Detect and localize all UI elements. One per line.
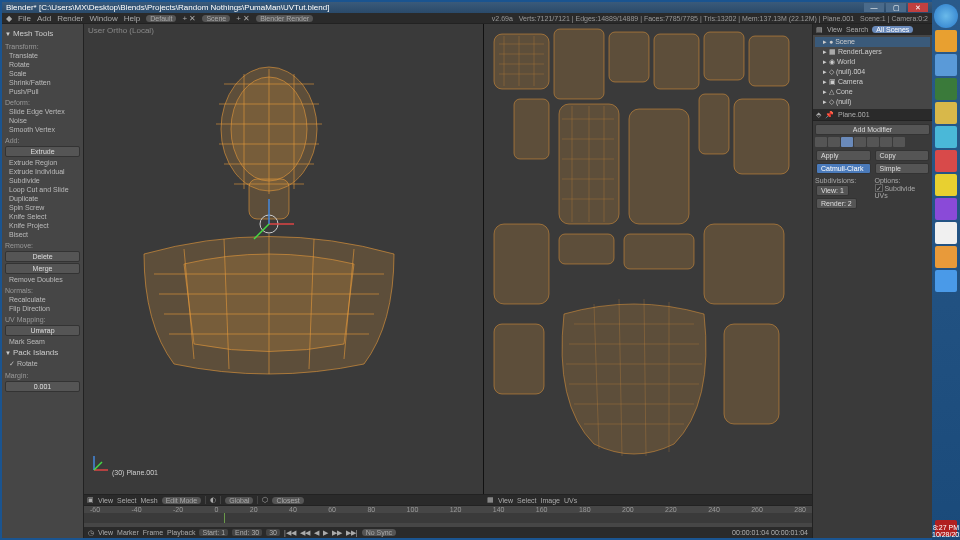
vp-select[interactable]: Select <box>117 497 136 504</box>
rewind-start-icon[interactable]: |◀◀ <box>284 529 296 537</box>
sync-selector[interactable]: No Sync <box>362 529 396 536</box>
outliner-search[interactable]: Search <box>846 26 868 33</box>
tool-extrude-indiv[interactable]: Extrude Individual <box>5 167 80 176</box>
playhead[interactable] <box>224 513 225 523</box>
simple-button[interactable]: Simple <box>875 163 930 174</box>
tl-frame[interactable]: Frame <box>143 529 163 536</box>
tool-flip[interactable]: Flip Direction <box>5 304 80 313</box>
forward-icon[interactable]: ▶▶ <box>332 529 342 537</box>
rewind-icon[interactable]: ◀◀ <box>300 529 310 537</box>
tool-knife[interactable]: Knife Select <box>5 212 80 221</box>
tool-translate[interactable]: Translate <box>5 51 80 60</box>
3d-viewport[interactable]: User Ortho (Local) <box>84 24 484 494</box>
tool-rotate[interactable]: Rotate <box>5 60 80 69</box>
end-frame[interactable]: End: 30 <box>232 529 262 536</box>
close-button[interactable]: ✕ <box>908 3 928 12</box>
tool-markseam[interactable]: Mark Seam <box>5 337 80 346</box>
scene-selector[interactable]: Scene <box>202 15 230 22</box>
renderer-selector[interactable]: Blender Render <box>256 15 313 22</box>
outliner-world[interactable]: ▸ ◉ World <box>815 57 930 67</box>
timeline[interactable]: -60-40-20 02040 6080100 120140160 180200… <box>84 505 812 527</box>
start-frame[interactable]: Start: 1 <box>199 529 228 536</box>
tool-slide[interactable]: Slide Edge Vertex <box>5 107 80 116</box>
menu-window[interactable]: Window <box>89 14 117 23</box>
taskbar-app-8[interactable] <box>935 198 957 220</box>
tool-loopcut[interactable]: Loop Cut and Slide <box>5 185 80 194</box>
play-rev-icon[interactable]: ◀ <box>314 529 319 537</box>
play-icon[interactable]: ▶ <box>323 529 328 537</box>
menu-file[interactable]: File <box>18 14 31 23</box>
taskbar-app-10[interactable] <box>935 246 957 268</box>
tool-duplicate[interactable]: Duplicate <box>5 194 80 203</box>
vp-view[interactable]: View <box>98 497 113 504</box>
uv-view[interactable]: View <box>498 497 513 504</box>
tool-scale[interactable]: Scale <box>5 69 80 78</box>
tool-spin[interactable]: Spin Screw <box>5 203 80 212</box>
minimize-button[interactable]: — <box>864 3 884 12</box>
props-icon[interactable]: ⬘ <box>816 111 821 119</box>
start-orb[interactable] <box>934 4 958 28</box>
delete-button[interactable]: Delete <box>5 251 80 262</box>
taskbar-app-9[interactable] <box>935 222 957 244</box>
modtab-7[interactable] <box>893 137 905 147</box>
tool-smooth[interactable]: Smooth Vertex <box>5 125 80 134</box>
forward-end-icon[interactable]: ▶▶| <box>346 529 358 537</box>
tool-recalc[interactable]: Recalculate <box>5 295 80 304</box>
tl-playback[interactable]: Playback <box>167 529 195 536</box>
taskbar-app-6[interactable] <box>935 150 957 172</box>
tl-view[interactable]: View <box>98 529 113 536</box>
taskbar-app-7[interactable] <box>935 174 957 196</box>
margin-input[interactable]: 0.001 <box>5 381 80 392</box>
modtab-5[interactable] <box>867 137 879 147</box>
taskbar-app-4[interactable] <box>935 102 957 124</box>
outliner-null[interactable]: ▸ ◇ (null) <box>815 97 930 107</box>
modtab-4[interactable] <box>854 137 866 147</box>
uv-select[interactable]: Select <box>517 497 536 504</box>
tool-remove-doubles[interactable]: Remove Doubles <box>5 275 80 284</box>
render-subdiv[interactable]: Render: 2 <box>816 198 857 209</box>
image-icon[interactable]: ▦ <box>487 496 494 504</box>
modtab-2[interactable] <box>828 137 840 147</box>
mode-selector[interactable]: Edit Mode <box>162 497 202 504</box>
taskbar-app-5[interactable] <box>935 126 957 148</box>
mesh-tools-header[interactable]: Mesh Tools <box>5 27 80 40</box>
snap-selector[interactable]: Closest <box>272 497 303 504</box>
add-modifier-button[interactable]: Add Modifier <box>815 124 930 135</box>
outliner-icon[interactable]: ▤ <box>816 26 823 34</box>
modtab-6[interactable] <box>880 137 892 147</box>
taskbar-app-1[interactable] <box>935 30 957 52</box>
orient-selector[interactable]: Global <box>225 497 253 504</box>
uv-editor[interactable] <box>484 24 812 494</box>
system-clock[interactable]: 8:27 PM 10/28/2013 <box>932 524 960 538</box>
unwrap-button[interactable]: Unwrap <box>5 325 80 336</box>
view-subdiv[interactable]: View: 1 <box>816 185 849 196</box>
clock-icon[interactable]: ◷ <box>88 529 94 537</box>
uv-uvs[interactable]: UVs <box>564 497 577 504</box>
uv-image[interactable]: Image <box>541 497 560 504</box>
tl-marker[interactable]: Marker <box>117 529 139 536</box>
taskbar-app-2[interactable] <box>935 54 957 76</box>
outliner-cone[interactable]: ▸ △ Cone <box>815 87 930 97</box>
menu-render[interactable]: Render <box>57 14 83 23</box>
outliner[interactable]: ▸ ● Scene ▸ ▦ RenderLayers ▸ ◉ World ▸ ◇… <box>813 35 932 109</box>
tool-noise[interactable]: Noise <box>5 116 80 125</box>
current-frame[interactable]: 30 <box>266 529 280 536</box>
pin-icon[interactable]: 📌 <box>825 111 834 119</box>
extrude-button[interactable]: Extrude <box>5 146 80 157</box>
cube-icon[interactable]: ▣ <box>87 496 94 504</box>
breadcrumb[interactable]: Plane.001 <box>838 111 870 118</box>
merge-button[interactable]: Merge <box>5 263 80 274</box>
tool-knife-project[interactable]: Knife Project <box>5 221 80 230</box>
tool-pushpull[interactable]: Push/Pull <box>5 87 80 96</box>
taskbar-app-11[interactable] <box>935 270 957 292</box>
outliner-camera[interactable]: ▸ ▣ Camera <box>815 77 930 87</box>
subdiv-uvs-check[interactable]: ✓ Subdivide UVs <box>875 184 931 199</box>
layout-selector[interactable]: Default <box>146 15 176 22</box>
outliner-view[interactable]: View <box>827 26 842 33</box>
apply-button[interactable]: Apply <box>816 150 871 161</box>
outliner-null004[interactable]: ▸ ◇ (null).004 <box>815 67 930 77</box>
outliner-filter[interactable]: All Scenes <box>872 26 913 33</box>
catmull-button[interactable]: Catmull-Clark <box>816 163 871 174</box>
tool-shrink[interactable]: Shrink/Fatten <box>5 78 80 87</box>
snap-icon[interactable]: ⬡ <box>262 496 268 504</box>
